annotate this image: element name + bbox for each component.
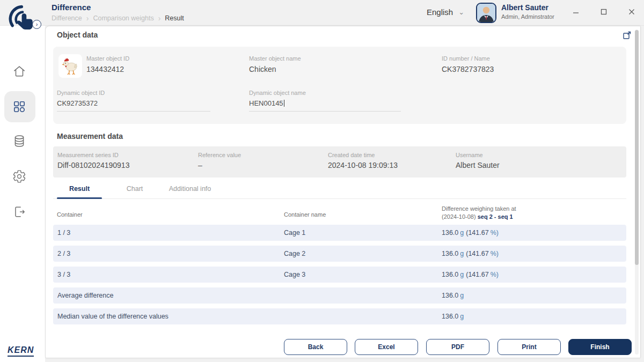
- table-summary-row: Median value of the difference values 13…: [53, 308, 626, 324]
- sidebar-item-database[interactable]: [12, 134, 26, 148]
- input-text: HEN00145: [249, 99, 283, 107]
- text-cursor: [284, 100, 285, 107]
- section-heading-object-data: Object data: [57, 31, 98, 39]
- summary-value: 136.0g: [442, 313, 464, 320]
- object-image-thumbnail[interactable]: [58, 54, 82, 78]
- grid-icon: [12, 100, 26, 114]
- sidebar-expand-button[interactable]: ›: [32, 20, 41, 29]
- tab-result[interactable]: Result: [57, 185, 102, 193]
- field-label: Dynamic object name: [249, 90, 401, 96]
- table-row[interactable]: 3 / 3 Cage 3 136.0g(141.67%): [53, 267, 626, 283]
- fullscreen-expand-icon[interactable]: [623, 31, 632, 40]
- summary-label: Median value of the difference values: [57, 313, 169, 320]
- summary-value: 136.0g: [442, 292, 464, 299]
- avatar[interactable]: [476, 3, 496, 23]
- chicken-icon: [61, 56, 80, 76]
- field-master-object-name: Master object name Chicken: [249, 55, 301, 73]
- cell-container-name: Cage 2: [284, 250, 305, 257]
- field-id-number-name: ID number / Name CK3782737823: [442, 55, 494, 73]
- field-master-object-id: Master object ID 134432412: [86, 55, 129, 73]
- scrollbar-thumb[interactable]: [635, 30, 639, 265]
- window-controls: [571, 7, 636, 17]
- field-value: –: [198, 161, 241, 169]
- scrollbar-track[interactable]: [635, 29, 639, 354]
- field-dynamic-object-name: Dynamic object name HEN00145: [249, 90, 401, 112]
- language-selector[interactable]: English ⌄: [427, 8, 464, 17]
- user-info[interactable]: Albert Sauter Admin, Adminstrator: [501, 3, 554, 20]
- field-label: Master object ID: [86, 55, 129, 62]
- field-label: Measurement series ID: [57, 152, 129, 158]
- field-created-date-time: Created date time 2024-10-08 19:09:13: [328, 152, 398, 169]
- dynamic-object-name-input[interactable]: HEN00145: [249, 99, 401, 112]
- field-reference-value: Reference value –: [198, 152, 241, 169]
- home-icon: [12, 64, 26, 78]
- field-value: Diff-08102024190913: [57, 161, 129, 169]
- apps-grid-icon[interactable]: [12, 100, 26, 114]
- measurement-summary-strip: Measurement series ID Diff-0810202419091…: [53, 146, 626, 178]
- cell-difference-value: 136.0g(141.67%): [442, 250, 499, 257]
- cell-container-name: Cage 1: [284, 229, 305, 237]
- cell-container: 1 / 3: [57, 229, 70, 237]
- field-label: Username: [456, 152, 500, 158]
- user-role: Admin, Adminstrator: [501, 13, 554, 20]
- sidebar-item-settings[interactable]: [12, 169, 26, 183]
- breadcrumb-separator-icon: ›: [86, 14, 89, 23]
- tab-chart[interactable]: Chart: [112, 185, 157, 193]
- close-button[interactable]: [627, 7, 636, 17]
- sidebar-item-logout[interactable]: [12, 205, 26, 219]
- dynamic-object-id-input[interactable]: CK92735372: [57, 99, 210, 112]
- breadcrumb-item[interactable]: Difference: [52, 14, 82, 22]
- pdf-button[interactable]: PDF: [426, 339, 489, 355]
- maximize-button[interactable]: [599, 7, 609, 17]
- summary-label: Average difference: [57, 292, 113, 299]
- cell-difference-value: 136.0g(141.67%): [442, 271, 499, 278]
- active-tab-indicator: [57, 197, 102, 199]
- field-label: Dynamic object ID: [57, 90, 210, 96]
- field-value: 2024-10-08 19:09:13: [328, 161, 398, 169]
- field-label: Created date time: [328, 152, 398, 158]
- column-header-sequence: seq 2 - seq 1: [478, 213, 513, 220]
- print-button[interactable]: Print: [497, 339, 561, 355]
- field-label: Master object name: [249, 55, 301, 62]
- kern-logo: KERN: [8, 345, 34, 357]
- tab-bar: Result Chart Additional info: [53, 184, 626, 199]
- table-row[interactable]: 2 / 3 Cage 2 136.0g(141.67%): [53, 246, 626, 262]
- column-header-container: Container: [57, 211, 83, 218]
- cell-container: 3 / 3: [57, 271, 70, 278]
- field-username: Username Albert Sauter: [456, 152, 500, 169]
- field-value: Chicken: [249, 65, 301, 73]
- chevron-down-icon: ⌄: [458, 8, 464, 16]
- user-photo: [477, 4, 495, 22]
- app-logo-touch-icon: [8, 4, 39, 35]
- field-label: Reference value: [198, 152, 241, 158]
- column-header-line1: Difference weighing taken at: [442, 205, 516, 212]
- excel-button[interactable]: Excel: [355, 339, 418, 355]
- table-row[interactable]: 1 / 3 Cage 1 136.0g(141.67%): [53, 225, 626, 241]
- field-dynamic-object-id: Dynamic object ID CK92735372: [57, 90, 210, 112]
- cell-container-name: Cage 3: [284, 271, 305, 278]
- sidebar-item-home[interactable]: [12, 64, 26, 78]
- top-bar: Difference Difference › Comparison weigh…: [0, 0, 644, 26]
- breadcrumb-item-current: Result: [165, 14, 184, 22]
- back-button[interactable]: Back: [284, 339, 347, 355]
- minimize-button[interactable]: [571, 7, 581, 17]
- breadcrumb-item[interactable]: Comparison weights: [93, 14, 153, 22]
- database-icon: [12, 134, 26, 148]
- field-value: CK3782737823: [442, 65, 494, 73]
- page-title: Difference: [52, 3, 91, 12]
- field-measurement-series-id: Measurement series ID Diff-0810202419091…: [57, 152, 129, 169]
- logout-icon: [12, 205, 26, 219]
- finish-button[interactable]: Finish: [568, 339, 632, 355]
- tab-additional-info[interactable]: Additional info: [162, 185, 218, 193]
- language-label: English: [427, 8, 453, 17]
- object-data-panel: Master object ID 134432412 Master object…: [53, 47, 626, 124]
- sidebar: KERN: [0, 26, 45, 362]
- gear-icon: [12, 169, 26, 183]
- field-value: Albert Sauter: [456, 161, 500, 169]
- field-label: ID number / Name: [442, 55, 494, 62]
- column-header-difference: Difference weighing taken at (2024-10-08…: [442, 205, 516, 220]
- cell-difference-value: 136.0g(141.67%): [442, 229, 499, 237]
- column-header-date: (2024-10-08): [442, 213, 476, 220]
- content-panel: Object data Master object ID 134432412: [45, 26, 641, 358]
- breadcrumb: Difference › Comparison weights › Result: [52, 14, 184, 23]
